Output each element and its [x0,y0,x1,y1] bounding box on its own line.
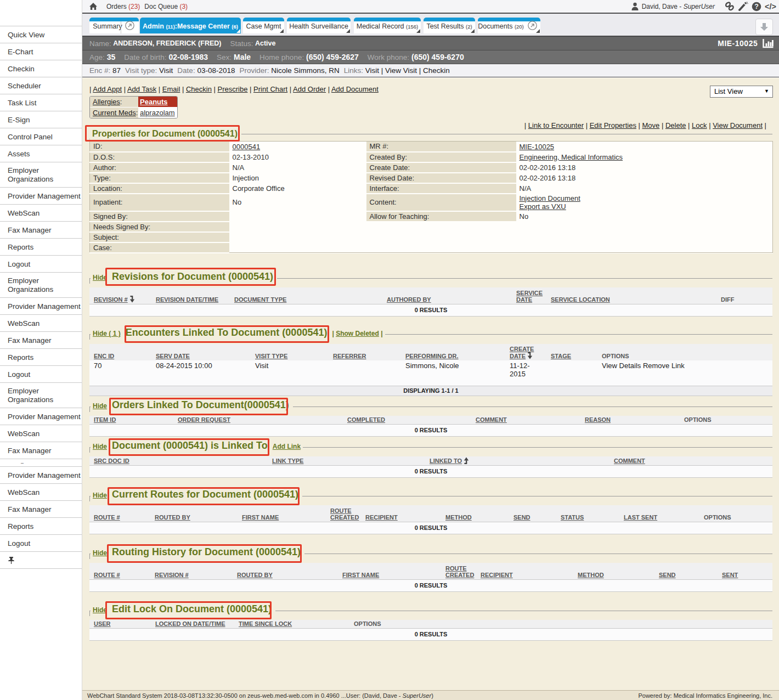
svg-text:?: ? [754,3,759,10]
